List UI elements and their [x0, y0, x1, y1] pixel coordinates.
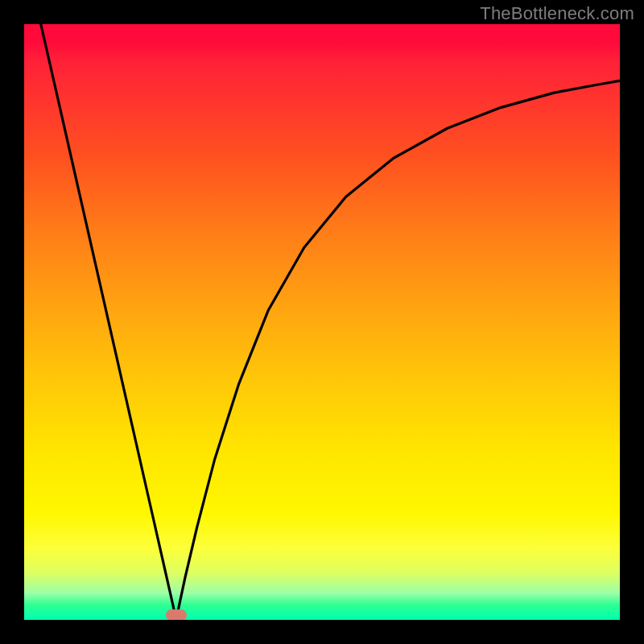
chart-frame: TheBottleneck.com [0, 0, 644, 644]
curve-path [41, 24, 620, 620]
bottleneck-curve [24, 24, 620, 620]
optimal-point-marker [166, 609, 187, 620]
plot-area [24, 24, 620, 620]
attribution-text: TheBottleneck.com [480, 3, 634, 24]
